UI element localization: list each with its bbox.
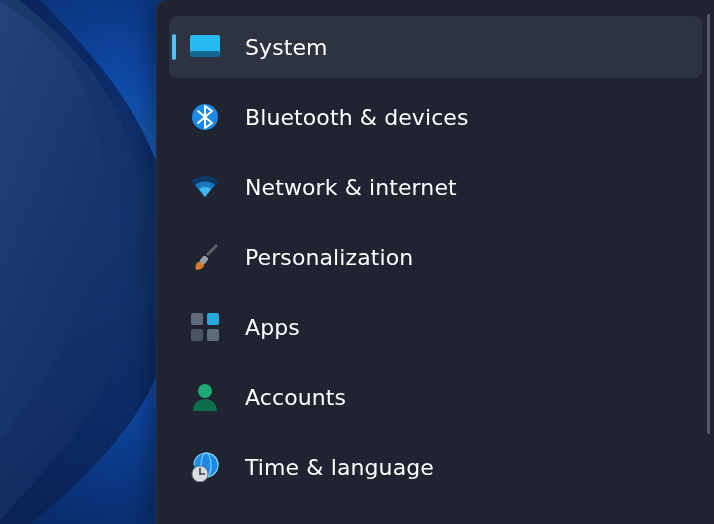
bluetooth-icon (189, 101, 221, 133)
svg-rect-2 (190, 51, 220, 57)
scrollbar[interactable] (707, 14, 710, 434)
svg-rect-6 (207, 313, 219, 325)
monitor-icon (189, 31, 221, 63)
nav-item-system[interactable]: System (169, 16, 702, 78)
person-icon (189, 381, 221, 413)
globe-clock-icon (189, 451, 221, 483)
nav-item-bluetooth[interactable]: Bluetooth & devices (169, 86, 702, 148)
svg-point-9 (198, 384, 212, 398)
nav-item-accounts[interactable]: Accounts (169, 366, 702, 428)
nav-item-label: System (245, 35, 328, 60)
settings-sidebar-panel: System Bluetooth & devices (156, 0, 714, 524)
nav-item-apps[interactable]: Apps (169, 296, 702, 358)
wifi-icon (189, 171, 221, 203)
nav-item-label: Network & internet (245, 175, 457, 200)
nav-item-label: Time & language (245, 455, 434, 480)
paintbrush-icon (189, 241, 221, 273)
svg-rect-5 (191, 313, 203, 325)
settings-nav: System Bluetooth & devices (157, 0, 714, 524)
nav-item-network[interactable]: Network & internet (169, 156, 702, 218)
viewport: System Bluetooth & devices (0, 0, 714, 524)
apps-icon (189, 311, 221, 343)
nav-item-label: Apps (245, 315, 300, 340)
svg-rect-7 (191, 329, 203, 341)
svg-rect-8 (207, 329, 219, 341)
nav-item-label: Personalization (245, 245, 413, 270)
nav-item-time[interactable]: Time & language (169, 436, 702, 498)
nav-item-label: Accounts (245, 385, 346, 410)
nav-item-personalization[interactable]: Personalization (169, 226, 702, 288)
nav-item-label: Bluetooth & devices (245, 105, 469, 130)
